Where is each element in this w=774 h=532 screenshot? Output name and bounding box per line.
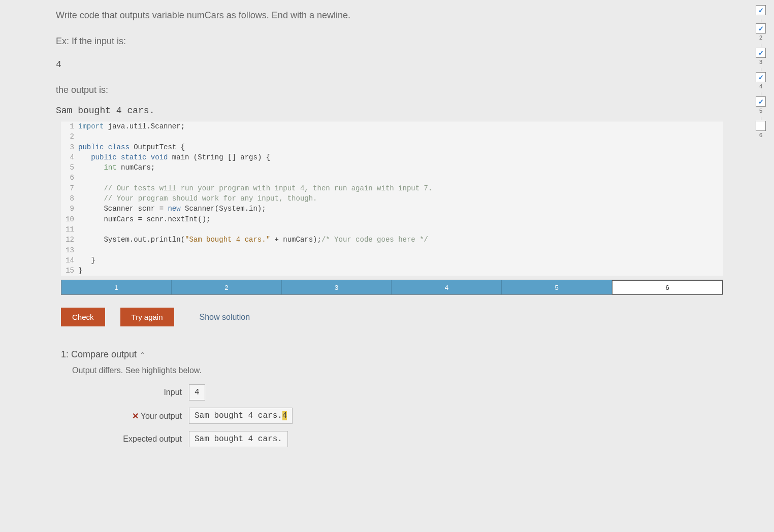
example-input: 4 [56, 59, 723, 70]
line-number: 5 [61, 162, 78, 173]
code-line[interactable]: 14 } [61, 255, 723, 265]
line-content[interactable]: // Our tests will run your program with … [78, 183, 432, 193]
line-number: 6 [61, 173, 78, 183]
input-label: Input [72, 388, 189, 397]
code-line[interactable]: 11 [61, 224, 723, 235]
check-icon[interactable]: ✓ [756, 48, 766, 58]
progress-bar: 123456 [61, 280, 723, 295]
expected-output-row: Expected output Sam bought 4 cars. [72, 431, 723, 447]
code-line[interactable]: 5 int numCars; [61, 162, 723, 173]
check-icon[interactable]: ✓ [756, 23, 766, 34]
code-line[interactable]: 9 Scanner scnr = new Scanner(System.in); [61, 204, 723, 214]
chevron-up-icon: ⌃ [140, 351, 146, 359]
test-message: Output differs. See highlights below. [72, 366, 723, 375]
check-icon[interactable]: ✓ [756, 5, 766, 15]
line-content[interactable] [78, 173, 82, 183]
side-step-number: 4 [759, 83, 762, 89]
progress-segment-5[interactable]: 5 [502, 280, 612, 294]
input-value: 4 [189, 384, 205, 401]
line-content[interactable]: numCars = scnr.nextInt(); [78, 214, 210, 224]
input-row: Input 4 [72, 384, 723, 401]
code-line[interactable]: 8 // Your program should work for any in… [61, 193, 723, 204]
progress-segment-1[interactable]: 1 [61, 280, 172, 294]
check-icon[interactable]: ✓ [756, 96, 766, 107]
line-number: 13 [61, 245, 78, 255]
side-step-number: 5 [759, 108, 762, 114]
line-number: 15 [61, 265, 78, 276]
example-output: Sam bought 4 cars. [56, 106, 723, 116]
expected-output-label: Expected output [72, 435, 189, 444]
code-line[interactable]: 7 // Our tests will run your program wit… [61, 183, 723, 193]
side-progress-rail: ✓✓2✓3✓4✓56 [756, 5, 766, 140]
code-line[interactable]: 13 [61, 245, 723, 255]
side-step-number: 2 [759, 35, 762, 41]
line-number: 10 [61, 214, 78, 224]
connector [761, 68, 761, 71]
line-content[interactable] [78, 131, 82, 142]
line-number: 3 [61, 142, 78, 152]
code-line[interactable]: 6 [61, 173, 723, 183]
line-content[interactable]: System.out.println("Sam bought 4 cars." … [78, 235, 428, 245]
code-line[interactable]: 1import java.util.Scanner; [61, 121, 723, 131]
code-line[interactable]: 3public class OutputTest { [61, 142, 723, 152]
line-number: 11 [61, 224, 78, 235]
test-title[interactable]: 1: Compare output ⌃ [61, 349, 723, 360]
code-line[interactable]: 10 numCars = scnr.nextInt(); [61, 214, 723, 224]
line-content[interactable] [78, 224, 82, 235]
line-content[interactable]: } [78, 265, 82, 276]
test-result: 1: Compare output ⌃ Output differs. See … [61, 349, 723, 447]
code-editor[interactable]: 1import java.util.Scanner;2 3public clas… [61, 121, 723, 276]
code-line[interactable]: 15} [61, 265, 723, 276]
code-line[interactable]: 12 System.out.println("Sam bought 4 cars… [61, 235, 723, 245]
progress-segment-2[interactable]: 2 [172, 280, 282, 294]
line-content[interactable]: public class OutputTest { [78, 142, 185, 152]
line-content[interactable]: int numCars; [78, 162, 155, 173]
connector [761, 92, 761, 95]
line-number: 7 [61, 183, 78, 193]
test-title-text: 1: Compare output [61, 349, 137, 360]
line-number: 12 [61, 235, 78, 245]
line-content[interactable]: public static void main (String [] args)… [78, 152, 270, 162]
line-content[interactable] [78, 245, 82, 255]
line-number: 1 [61, 121, 78, 131]
check-icon[interactable]: ✓ [756, 72, 766, 82]
output-label: the output is: [56, 85, 723, 95]
line-number: 8 [61, 193, 78, 204]
show-solution-link[interactable]: Show solution [200, 313, 250, 322]
code-line[interactable]: 4 public static void main (String [] arg… [61, 152, 723, 162]
connector [761, 44, 761, 47]
progress-segment-3[interactable]: 3 [282, 280, 392, 294]
side-step-number: 6 [759, 132, 762, 138]
progress-segment-6[interactable]: 6 [612, 280, 723, 294]
progress-segment-4[interactable]: 4 [392, 280, 502, 294]
line-content[interactable]: // Your program should work for any inpu… [78, 193, 317, 204]
line-number: 2 [61, 131, 78, 142]
expected-output-value: Sam bought 4 cars. [189, 431, 288, 447]
button-row: Check Try again Show solution [61, 308, 723, 326]
empty-box[interactable] [756, 121, 766, 131]
line-number: 4 [61, 152, 78, 162]
connector [761, 117, 761, 120]
code-line[interactable]: 2 [61, 131, 723, 142]
side-step-number: 3 [759, 59, 762, 65]
x-icon: ✕ [132, 412, 139, 420]
line-content[interactable]: } [78, 255, 95, 265]
your-output-label: ✕Your output [72, 411, 189, 421]
your-output-row: ✕Your output Sam bought 4 cars.4 [72, 408, 723, 424]
try-again-button[interactable]: Try again [120, 308, 174, 326]
highlight-diff: 4 [282, 411, 287, 420]
check-button[interactable]: Check [61, 308, 105, 326]
line-number: 14 [61, 255, 78, 265]
line-number: 9 [61, 204, 78, 214]
line-content[interactable]: Scanner scnr = new Scanner(System.in); [78, 204, 266, 214]
example-label: Ex: If the input is: [56, 36, 723, 47]
connector [761, 19, 761, 22]
your-output-value: Sam bought 4 cars.4 [189, 408, 293, 424]
line-content[interactable]: import java.util.Scanner; [78, 121, 185, 131]
instruction-text: Write code that outputs variable numCars… [56, 10, 723, 21]
